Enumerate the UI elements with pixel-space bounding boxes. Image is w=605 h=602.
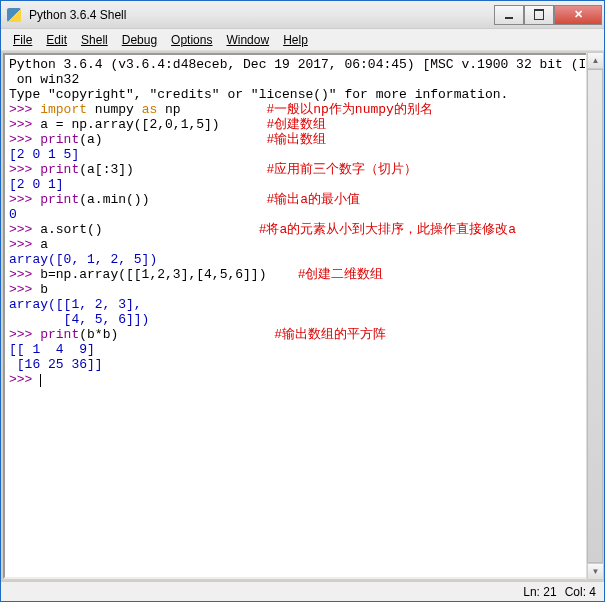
comment: #输出a的最小值 [266, 192, 360, 207]
prompt: >>> [9, 372, 32, 387]
python-shell-window: Python 3.6.4 Shell File Edit Shell Debug… [0, 0, 605, 602]
menu-debug[interactable]: Debug [116, 31, 163, 49]
comment: #应用前三个数字（切片） [266, 162, 417, 177]
kw-print: print [40, 192, 79, 207]
banner-line-1: Python 3.6.4 (v3.6.4:d48eceb, Dec 19 201… [9, 57, 602, 72]
menu-window[interactable]: Window [220, 31, 275, 49]
text-cursor [40, 374, 41, 387]
output: array([[1, 2, 3], [9, 297, 142, 312]
prompt: >>> [9, 267, 32, 282]
content-wrap: Python 3.6.4 (v3.6.4:d48eceb, Dec 19 201… [2, 52, 603, 580]
maximize-button[interactable] [524, 5, 554, 25]
output: [16 25 36]] [9, 357, 103, 372]
scroll-thumb[interactable] [587, 69, 603, 563]
prompt: >>> [9, 237, 32, 252]
menu-edit[interactable]: Edit [40, 31, 73, 49]
comment: #创建数组 [266, 117, 326, 132]
output: [4, 5, 6]]) [9, 312, 149, 327]
kw-print: print [40, 132, 79, 147]
banner-line-1b: on win32 [9, 72, 79, 87]
prompt: >>> [9, 192, 32, 207]
python-icon [7, 7, 23, 23]
scroll-up-button[interactable]: ▲ [587, 52, 604, 69]
comment: #输出数组 [266, 132, 326, 147]
kw-import: import [40, 102, 87, 117]
prompt: >>> [9, 282, 32, 297]
scroll-down-button[interactable]: ▼ [587, 563, 604, 580]
kw-print: print [40, 327, 79, 342]
prompt: >>> [9, 117, 32, 132]
kw-as: as [142, 102, 158, 117]
close-button[interactable] [554, 5, 602, 25]
comment: #创建二维数组 [298, 267, 384, 282]
output: 0 [9, 207, 17, 222]
output: [[ 1 4 9] [9, 342, 95, 357]
output: [2 0 1 5] [9, 147, 79, 162]
menu-shell[interactable]: Shell [75, 31, 114, 49]
prompt: >>> [9, 132, 32, 147]
comment: #将a的元素从小到大排序，此操作直接修改a [259, 222, 516, 237]
titlebar[interactable]: Python 3.6.4 Shell [1, 1, 604, 29]
status-col: Col: 4 [565, 585, 596, 599]
menu-file[interactable]: File [7, 31, 38, 49]
kw-print: print [40, 162, 79, 177]
menubar: File Edit Shell Debug Options Window Hel… [1, 29, 604, 51]
prompt: >>> [9, 222, 32, 237]
prompt: >>> [9, 162, 32, 177]
prompt: >>> [9, 102, 32, 117]
shell-text-area[interactable]: Python 3.6.4 (v3.6.4:d48eceb, Dec 19 201… [3, 53, 602, 579]
comment: #一般以np作为numpy的别名 [266, 102, 432, 117]
output: array([0, 1, 2, 5]) [9, 252, 157, 267]
menu-options[interactable]: Options [165, 31, 218, 49]
vertical-scrollbar[interactable]: ▲ ▼ [586, 52, 603, 580]
status-bar: Ln: 21 Col: 4 [1, 581, 604, 601]
prompt: >>> [9, 327, 32, 342]
window-title: Python 3.6.4 Shell [27, 8, 494, 22]
comment: #输出数组的平方阵 [274, 327, 386, 342]
menu-help[interactable]: Help [277, 31, 314, 49]
banner-line-2: Type "copyright", "credits" or "license(… [9, 87, 508, 102]
minimize-button[interactable] [494, 5, 524, 25]
status-line: Ln: 21 [523, 585, 556, 599]
output: [2 0 1] [9, 177, 64, 192]
window-buttons [494, 5, 602, 25]
